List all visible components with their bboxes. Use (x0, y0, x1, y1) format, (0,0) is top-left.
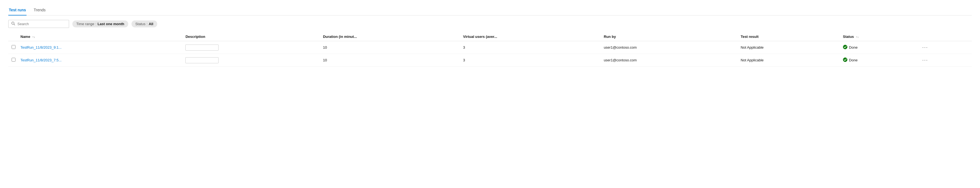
row-run-by: user1@contoso.com (600, 41, 737, 54)
time-range-separator: : (95, 22, 96, 26)
row-actions-cell: ··· (917, 54, 972, 67)
col-header-status[interactable]: Status ↑↓ (840, 32, 917, 41)
tab-trends[interactable]: Trends (33, 6, 46, 16)
row-status: Done (840, 41, 917, 54)
search-icon (11, 22, 15, 26)
row-checkbox-cell (8, 41, 17, 54)
search-input[interactable] (18, 22, 66, 26)
status-separator: : (147, 22, 148, 26)
col-header-virtual-users: Virtual users (aver... (460, 32, 600, 41)
row-duration: 10 (320, 41, 460, 54)
row-description-input[interactable] (185, 57, 218, 63)
status-text: Done (849, 58, 858, 62)
svg-line-1 (14, 24, 15, 25)
row-duration: 10 (320, 54, 460, 67)
status-label: Status (135, 22, 146, 26)
row-name: TestRun_11/8/2023_9:1... (17, 41, 182, 54)
row-checkbox[interactable] (12, 45, 16, 49)
time-range-label: Time range (76, 22, 94, 26)
svg-point-2 (843, 45, 847, 49)
col-header-name[interactable]: Name ↑↓ (17, 32, 182, 41)
row-status: Done (840, 54, 917, 67)
svg-point-3 (843, 58, 847, 62)
test-runs-table: Name ↑↓ Description Duration (in minut..… (8, 32, 972, 67)
table-row: TestRun_11/8/2023_7:5... 10 3 user1@cont… (8, 54, 972, 67)
row-run-by: user1@contoso.com (600, 54, 737, 67)
time-range-value: Last one month (97, 22, 124, 26)
col-header-duration: Duration (in minut... (320, 32, 460, 41)
col-header-description: Description (182, 32, 320, 41)
tab-bar: Test runs Trends (8, 6, 972, 16)
row-checkbox[interactable] (12, 58, 16, 62)
col-header-run-by: Run by (600, 32, 737, 41)
toolbar: Time range : Last one month Status : All (8, 20, 972, 28)
col-header-checkbox (8, 32, 17, 41)
col-header-test-result: Test result (737, 32, 840, 41)
row-actions-cell: ··· (917, 41, 972, 54)
table-row: TestRun_11/8/2023_9:1... 10 3 user1@cont… (8, 41, 972, 54)
row-name: TestRun_11/8/2023_7:5... (17, 54, 182, 67)
row-name-link[interactable]: TestRun_11/8/2023_7:5... (21, 58, 62, 62)
row-description-input[interactable] (185, 45, 218, 51)
done-icon (843, 45, 847, 50)
sort-status-icon: ↑↓ (856, 35, 859, 38)
row-description (182, 54, 320, 67)
search-box (8, 20, 69, 28)
row-virtual-users: 3 (460, 41, 600, 54)
row-checkbox-cell (8, 54, 17, 67)
more-actions-button[interactable]: ··· (921, 44, 930, 51)
col-header-actions (917, 32, 972, 41)
row-test-result: Not Applicable (737, 54, 840, 67)
more-actions-button[interactable]: ··· (921, 57, 930, 64)
table-header-row: Name ↑↓ Description Duration (in minut..… (8, 32, 972, 41)
row-description (182, 41, 320, 54)
status-value: All (149, 22, 153, 26)
status-filter[interactable]: Status : All (132, 21, 157, 27)
row-test-result: Not Applicable (737, 41, 840, 54)
time-range-filter[interactable]: Time range : Last one month (72, 21, 128, 27)
row-name-link[interactable]: TestRun_11/8/2023_9:1... (21, 45, 62, 49)
done-icon (843, 57, 847, 63)
row-virtual-users: 3 (460, 54, 600, 67)
sort-name-icon: ↑↓ (32, 35, 35, 38)
status-text: Done (849, 45, 858, 49)
tab-test-runs[interactable]: Test runs (8, 6, 27, 16)
